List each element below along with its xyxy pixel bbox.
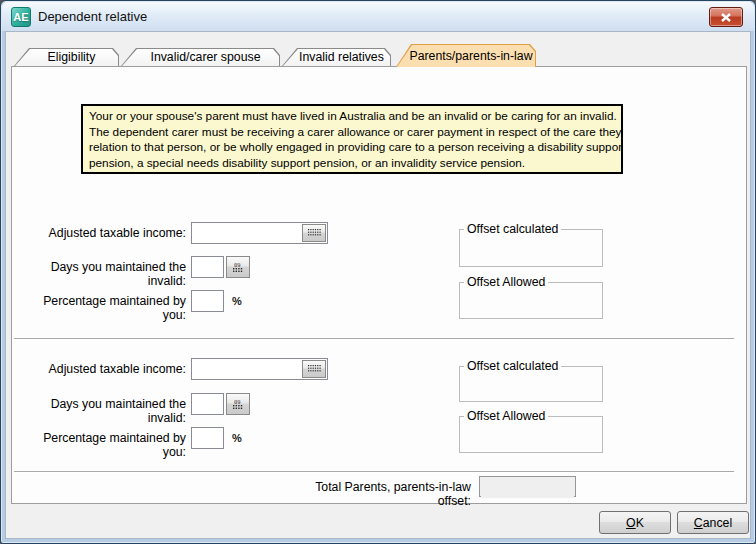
tab-parents-parents-in-law[interactable]: Parents/parents-in-law	[396, 44, 536, 67]
calendar-icon: 09	[232, 399, 244, 410]
offset-calculated-value	[464, 238, 598, 264]
days-maintained-field[interactable]	[191, 393, 224, 415]
info-line: Your or your spouse's parent must have l…	[89, 109, 615, 125]
cancel-button[interactable]: Cancel	[677, 511, 749, 534]
days-maintained-label: Days you maintained the invalid:	[21, 397, 186, 425]
close-icon	[721, 13, 731, 22]
tab-label: Invalid/carer spouse	[121, 48, 280, 66]
calendar-button[interactable]: 09	[226, 256, 250, 278]
days-maintained-field[interactable]	[191, 256, 224, 278]
percent-suffix: %	[232, 432, 242, 444]
ok-button[interactable]: OK	[599, 511, 671, 534]
offset-allowed-groupbox: Offset Allowed	[459, 282, 603, 319]
percentage-maintained-label: Percentage maintained by you:	[21, 294, 186, 322]
ok-accel: O	[626, 516, 636, 530]
offset-allowed-value	[464, 425, 598, 450]
total-offset-input	[481, 478, 574, 498]
calculator-icon	[308, 229, 321, 237]
cancel-accel: C	[694, 516, 703, 530]
app-icon: AE	[11, 7, 31, 27]
offset-calculated-label: Offset calculated	[464, 359, 561, 373]
offset-allowed-groupbox: Offset Allowed	[459, 416, 603, 453]
close-button[interactable]	[709, 7, 743, 27]
tab-label: Parents/parents-in-law	[396, 44, 536, 67]
percent-suffix: %	[232, 295, 242, 307]
days-maintained-label: Days you maintained the invalid:	[21, 260, 186, 288]
days-maintained-input[interactable]	[193, 395, 222, 415]
adjusted-taxable-income-field[interactable]	[191, 222, 328, 244]
tab-eligibility[interactable]: Eligibility	[14, 48, 119, 66]
days-maintained-input[interactable]	[193, 258, 222, 278]
calendar-button[interactable]: 09	[226, 393, 250, 415]
offset-allowed-label: Offset Allowed	[464, 275, 548, 289]
tab-invalid-relatives[interactable]: Invalid relatives	[282, 48, 391, 66]
info-box: Your or your spouse's parent must have l…	[81, 104, 623, 174]
info-line: The dependent carer must be receiving a …	[89, 125, 615, 141]
calendar-icon: 09	[232, 262, 244, 273]
offset-allowed-label: Offset Allowed	[464, 409, 548, 423]
info-line: relation to that person, or be wholly en…	[89, 140, 615, 156]
total-offset-label: Total Parents, parents-in-law offset:	[281, 480, 471, 508]
percentage-maintained-field[interactable]	[191, 290, 224, 312]
offset-calculated-groupbox: Offset calculated	[459, 229, 603, 267]
offset-calculated-value	[464, 375, 598, 399]
svg-text:09: 09	[234, 262, 241, 268]
adjusted-taxable-income-field[interactable]	[191, 358, 328, 380]
calculator-button[interactable]	[302, 360, 326, 378]
info-line: pension, a special needs disability supp…	[89, 156, 615, 172]
tab-invalid-carer-spouse[interactable]: Invalid/carer spouse	[121, 48, 280, 66]
dialog-window: AE Dependent relative Eligibility Invali…	[0, 0, 756, 544]
cancel-rest: ancel	[703, 516, 732, 530]
section-divider	[14, 338, 734, 339]
percentage-maintained-input[interactable]	[193, 429, 222, 449]
window-title: Dependent relative	[38, 9, 147, 24]
offset-calculated-groupbox: Offset calculated	[459, 366, 603, 402]
calculator-button[interactable]	[302, 224, 326, 242]
offset-calculated-label: Offset calculated	[464, 222, 561, 236]
svg-text:09: 09	[234, 399, 241, 405]
titlebar[interactable]: AE Dependent relative	[2, 2, 754, 31]
offset-allowed-value	[464, 291, 598, 316]
total-offset-field	[479, 476, 576, 497]
ok-rest: K	[636, 516, 644, 530]
tab-label: Invalid relatives	[282, 48, 391, 66]
calculator-icon	[308, 365, 321, 373]
tab-label: Eligibility	[14, 48, 119, 66]
percentage-maintained-label: Percentage maintained by you:	[21, 431, 186, 459]
percentage-maintained-input[interactable]	[193, 292, 222, 312]
section-divider	[14, 471, 734, 472]
percentage-maintained-field[interactable]	[191, 427, 224, 449]
adjusted-taxable-income-label: Adjusted taxable income:	[21, 226, 186, 240]
adjusted-taxable-income-label: Adjusted taxable income:	[21, 362, 186, 376]
